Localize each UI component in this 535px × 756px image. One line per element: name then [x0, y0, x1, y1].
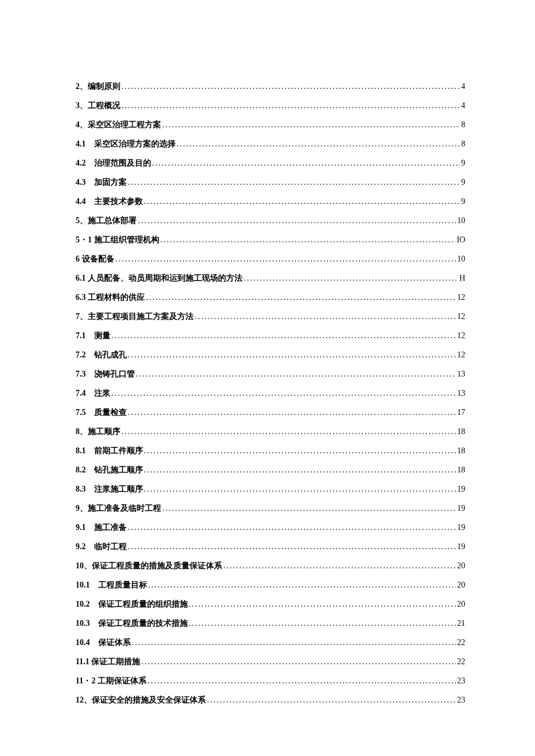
toc-entry: 5、施工总体部署 10 — [76, 216, 465, 226]
toc-page-number: 10 — [457, 216, 465, 225]
toc-dots — [136, 370, 456, 379]
toc-dots — [162, 120, 460, 130]
toc-label: 7.1 测量 — [76, 331, 110, 341]
toc-entry: 2、编制原则 4 — [76, 81, 465, 92]
toc-page-number: 12 — [457, 350, 465, 360]
toc-dots — [144, 485, 456, 494]
toc-dots — [122, 82, 460, 91]
toc-page-number: 17 — [457, 408, 465, 417]
toc-page-number: 13 — [457, 389, 465, 398]
toc-dots — [152, 159, 461, 168]
toc-entry: 10.3 保证工程质量的技术措施 21 — [76, 618, 465, 629]
toc-page-number: IO — [456, 235, 465, 245]
toc-page-number: 19 — [457, 523, 465, 532]
toc-entry: 4、采空区治理工程方案 8 — [76, 120, 465, 130]
toc-entry: 9.1 施工准备 19 — [76, 522, 465, 533]
toc-entry: 11・2 工期保证体系 23 — [76, 676, 465, 686]
toc-label: 6.3 工程材料的供应 — [76, 292, 145, 303]
toc-entry: 7.5 质量检查 17 — [76, 407, 465, 418]
toc-label: 9、施工准备及临时工程 — [76, 503, 161, 514]
toc-entry: 12、保证安全的措施及安全保证体系 23 — [76, 695, 465, 705]
toc-page-number: 21 — [457, 619, 465, 628]
toc-dots — [160, 235, 456, 245]
toc-entry: 7.1 测量 12 — [76, 331, 465, 341]
toc-dots — [177, 139, 461, 149]
toc-dots — [128, 350, 456, 360]
toc-page-number: H — [459, 274, 465, 283]
toc-dots — [122, 101, 460, 110]
toc-page-number: 23 — [457, 676, 465, 686]
toc-label: 10.4 保证体系 — [76, 637, 131, 648]
toc-entry: 8.2 钻孔施工顺序 18 — [76, 465, 465, 475]
toc-dots — [148, 581, 456, 590]
toc-dots — [146, 293, 456, 302]
toc-label: 4.3 加固方案 — [76, 177, 127, 188]
toc-dots — [122, 427, 456, 436]
toc-page-number: 9 — [461, 178, 465, 187]
toc-dots — [244, 274, 458, 283]
toc-entry: 7.2 钻孔成孔 12 — [76, 350, 465, 360]
toc-page-number: 20 — [457, 600, 465, 609]
toc-dots — [128, 523, 456, 532]
toc-page-number: 4 — [461, 101, 465, 110]
toc-dots — [128, 542, 456, 551]
toc-dots — [132, 638, 456, 647]
toc-page-number: 10 — [457, 255, 465, 264]
toc-page-number: 8 — [461, 120, 465, 130]
toc-entry: 6 设备配备 10 — [76, 254, 465, 264]
toc-dots — [144, 446, 456, 456]
toc-entry: 10.2 保证工程质量的组织措施 20 — [76, 599, 465, 610]
toc-entry: 11.1 保证工期措施 22 — [76, 657, 465, 667]
toc-entry: 9.2 临时工程 19 — [76, 542, 465, 552]
toc-label: 10.1 工程质量目标 — [76, 580, 147, 590]
toc-dots — [112, 331, 456, 341]
toc-label: 8、施工顺序 — [76, 427, 120, 437]
toc-dots — [189, 600, 456, 609]
toc-label: 6 设备配备 — [76, 254, 115, 264]
toc-entry: 6.1 人员配备、动员周期和运到施工现场的方法 H — [76, 273, 465, 284]
toc-label: 9.1 施工准备 — [76, 522, 127, 533]
toc-dots — [144, 465, 456, 475]
toc-entry: 9、施工准备及临时工程 19 — [76, 503, 465, 514]
toc-page-number: 19 — [457, 542, 465, 551]
toc-page-number: 22 — [457, 638, 465, 647]
toc-dots — [162, 504, 456, 513]
toc-label: 8.1 前期工件顺序 — [76, 446, 143, 456]
toc-page-number: 12 — [457, 331, 465, 341]
toc-entry: 10.1 工程质量目标 20 — [76, 580, 465, 590]
toc-page-number: 9 — [461, 197, 465, 206]
toc-page-number: 8 — [461, 139, 465, 149]
toc-dots — [144, 197, 461, 206]
toc-dots — [112, 389, 456, 398]
toc-page-number: 9 — [461, 159, 465, 168]
toc-label: 4.1 采空区治理方案的选择 — [76, 139, 176, 149]
toc-entry: 6.3 工程材料的供应 12 — [76, 292, 465, 303]
toc-page-number: 22 — [457, 657, 465, 667]
toc-entry: 4.2 治理范围及目的 9 — [76, 158, 465, 169]
toc-page-number: 20 — [457, 581, 465, 590]
toc-label: 7.4 注浆 — [76, 388, 110, 399]
toc-entry: 10、保证工程质量的措施及质量保证体系 20 — [76, 561, 465, 571]
toc-label: 9.2 临时工程 — [76, 542, 127, 552]
toc-label: 6.1 人员配备、动员周期和运到施工现场的方法 — [76, 273, 242, 284]
toc-dots — [195, 312, 456, 321]
toc-dots — [138, 216, 456, 225]
toc-entry: 3、工程概况 4 — [76, 101, 465, 111]
toc-entry: 8、施工顺序 18 — [76, 427, 465, 437]
toc-page-number: 19 — [457, 504, 465, 513]
toc-label: 10、保证工程质量的措施及质量保证体系 — [76, 561, 222, 571]
toc-dots — [223, 561, 456, 571]
toc-page-number: 19 — [457, 485, 465, 494]
toc-entry: 10.4 保证体系 22 — [76, 637, 465, 648]
toc-label: 2、编制原则 — [76, 81, 120, 92]
toc-entry: 4.3 加固方案 9 — [76, 177, 465, 188]
toc-label: 12、保证安全的措施及安全保证体系 — [76, 695, 206, 705]
toc-label: 4、采空区治理工程方案 — [76, 120, 161, 130]
toc-dots — [189, 619, 456, 628]
toc-page-number: 18 — [457, 446, 465, 456]
toc-dots — [207, 696, 456, 705]
toc-label: 8.2 钻孔施工顺序 — [76, 465, 143, 475]
toc-dots — [141, 657, 456, 667]
toc-label: 11・2 工期保证体系 — [76, 676, 147, 686]
toc-dots — [128, 178, 461, 187]
